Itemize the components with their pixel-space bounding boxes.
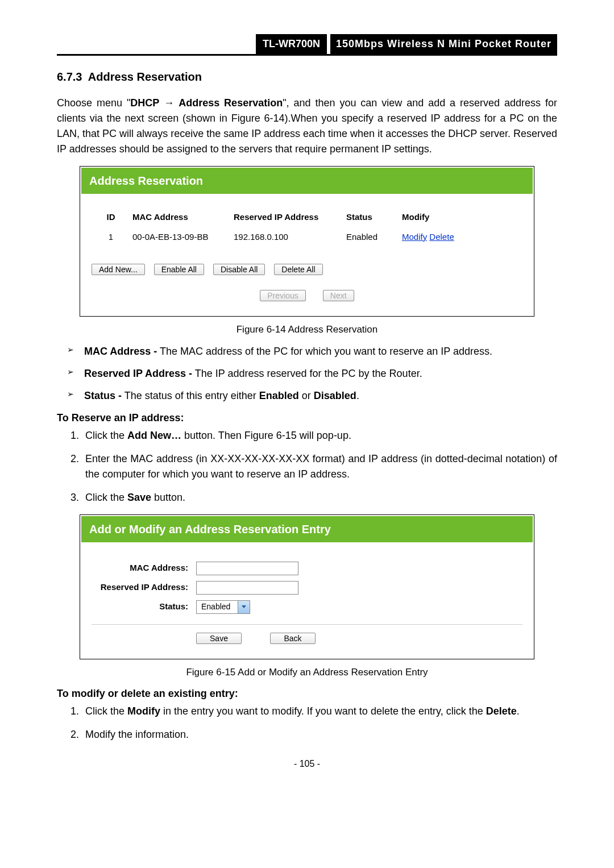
step-1: Click the Add New… button. Then Figure 6… bbox=[82, 428, 557, 443]
back-button[interactable]: Back bbox=[270, 633, 316, 644]
disable-all-button[interactable]: Disable All bbox=[213, 264, 265, 275]
form-row-ip: Reserved IP Address: bbox=[92, 581, 522, 595]
modify-steps: Click the Modify in the entry you want t… bbox=[57, 704, 557, 742]
add-new-button[interactable]: Add New... bbox=[92, 264, 145, 275]
reserve-heading: To Reserve an IP address: bbox=[57, 410, 557, 426]
reserve-steps: Click the Add New… button. Then Figure 6… bbox=[57, 428, 557, 505]
section-title: Address Reservation bbox=[88, 70, 202, 83]
mod-step-2: Modify the information. bbox=[82, 727, 557, 742]
section-heading: 6.7.3 Address Reservation bbox=[57, 68, 557, 85]
panel-title-2: Add or Modify an Address Reservation Ent… bbox=[81, 516, 533, 542]
next-button[interactable]: Next bbox=[323, 290, 354, 301]
step-2: Enter the MAC address (in XX-XX-XX-XX-XX… bbox=[82, 451, 557, 482]
header-desc: 150Mbps Wireless N Mini Pocket Router bbox=[330, 34, 557, 54]
intro-paragraph: Choose menu "DHCP → Address Reservation"… bbox=[57, 95, 557, 157]
def-ip: Reserved IP Address - The IP address res… bbox=[74, 366, 557, 381]
reservation-table: ID MAC Address Reserved IP Address Statu… bbox=[92, 207, 522, 247]
chevron-down-icon bbox=[238, 601, 250, 613]
pagination-row: Previous Next bbox=[92, 290, 522, 301]
enable-all-button[interactable]: Enable All bbox=[154, 264, 204, 275]
label-ip: Reserved IP Address: bbox=[92, 581, 196, 594]
col-modify: Modify bbox=[400, 207, 522, 227]
step-3: Click the Save button. bbox=[82, 490, 557, 505]
figure-address-reservation: Address Reservation ID MAC Address Reser… bbox=[80, 166, 534, 317]
previous-button[interactable]: Previous bbox=[260, 290, 305, 301]
action-button-row: Add New... Enable All Disable All Delete… bbox=[92, 264, 522, 275]
section-number: 6.7.3 bbox=[57, 70, 82, 83]
figure-caption-1: Figure 6-14 Address Reservation bbox=[57, 322, 557, 337]
delete-link[interactable]: Delete bbox=[429, 232, 454, 242]
def-mac: MAC Address - The MAC address of the PC … bbox=[74, 344, 557, 359]
cell-ip: 192.168.0.100 bbox=[231, 227, 344, 247]
page-number: - 105 - bbox=[57, 757, 557, 771]
cell-id: 1 bbox=[92, 227, 130, 247]
form-row-mac: MAC Address: bbox=[92, 562, 522, 575]
delete-all-button[interactable]: Delete All bbox=[274, 264, 322, 275]
modify-link[interactable]: Modify bbox=[402, 232, 427, 242]
mod-step-1: Click the Modify in the entry you want t… bbox=[82, 704, 557, 719]
label-status: Status: bbox=[92, 600, 196, 613]
status-select[interactable]: Enabled bbox=[196, 600, 250, 614]
separator bbox=[92, 624, 522, 625]
col-ip: Reserved IP Address bbox=[231, 207, 344, 227]
label-mac: MAC Address: bbox=[92, 562, 196, 575]
figure-caption-2: Figure 6-15 Add or Modify an Address Res… bbox=[57, 665, 557, 680]
modify-heading: To modify or delete an existing entry: bbox=[57, 686, 557, 701]
col-mac: MAC Address bbox=[130, 207, 231, 227]
cell-status: Enabled bbox=[344, 227, 400, 247]
definition-list: MAC Address - The MAC address of the PC … bbox=[57, 344, 557, 404]
def-status: Status - The status of this entry either… bbox=[74, 388, 557, 404]
mac-address-input[interactable] bbox=[196, 562, 298, 575]
reserved-ip-input[interactable] bbox=[196, 581, 298, 595]
figure-add-modify-entry: Add or Modify an Address Reservation Ent… bbox=[80, 514, 534, 659]
cell-mac: 00-0A-EB-13-09-BB bbox=[130, 227, 231, 247]
table-row: 1 00-0A-EB-13-09-BB 192.168.0.100 Enable… bbox=[92, 227, 522, 247]
status-value: Enabled bbox=[197, 601, 238, 613]
page-header: TL-WR700N 150Mbps Wireless N Mini Pocket… bbox=[57, 34, 557, 56]
form-row-status: Status: Enabled bbox=[92, 600, 522, 614]
save-button[interactable]: Save bbox=[196, 633, 242, 644]
panel-title: Address Reservation bbox=[81, 168, 533, 194]
col-status: Status bbox=[344, 207, 400, 227]
header-model: TL-WR700N bbox=[256, 34, 327, 54]
form-button-row: Save Back bbox=[92, 633, 522, 644]
col-id: ID bbox=[92, 207, 130, 227]
